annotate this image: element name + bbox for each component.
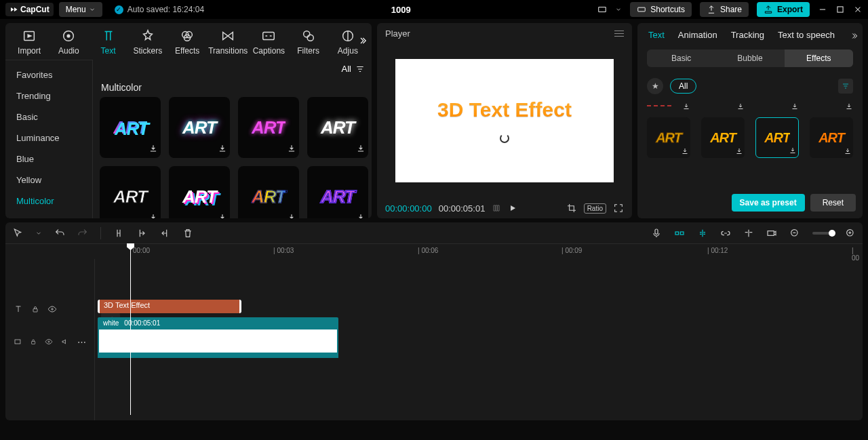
download-icon[interactable] xyxy=(356,144,366,155)
link-icon[interactable] xyxy=(720,228,731,239)
effect-thumb[interactable]: ART xyxy=(701,117,745,158)
cat-favorites[interactable]: Favorites xyxy=(5,64,92,85)
download-icon[interactable] xyxy=(789,146,797,156)
preset-thumb[interactable]: ART xyxy=(238,166,299,218)
trim-left-icon[interactable] xyxy=(136,228,147,239)
cat-multicolor[interactable]: Multicolor xyxy=(5,191,92,212)
seg-basic[interactable]: Basic xyxy=(647,49,715,67)
filter-all-pill[interactable]: All xyxy=(670,79,696,94)
columns-icon[interactable] xyxy=(492,203,501,213)
download-icon[interactable] xyxy=(844,147,852,157)
preset-thumb[interactable]: ART xyxy=(307,166,368,218)
insp-tab-tracking[interactable]: Tracking xyxy=(731,30,764,40)
chevron-down-small-icon[interactable] xyxy=(615,5,622,14)
cat-basic[interactable]: Basic xyxy=(5,106,92,127)
menu-button[interactable]: Menu xyxy=(59,2,102,17)
tab-import[interactable]: Import xyxy=(11,27,47,56)
download-icon[interactable] xyxy=(845,102,853,112)
lock-icon[interactable] xyxy=(31,305,39,313)
preset-thumb[interactable]: ART xyxy=(100,166,161,218)
download-icon[interactable] xyxy=(791,102,799,112)
tabs-overflow-icon[interactable] xyxy=(357,35,368,48)
download-icon[interactable] xyxy=(218,213,227,218)
maximize-icon[interactable] xyxy=(835,5,845,14)
effect-thumb[interactable]: ART xyxy=(810,117,853,158)
download-icon[interactable] xyxy=(218,144,227,155)
snap-track-icon[interactable] xyxy=(697,228,708,239)
tab-filters[interactable]: Filters xyxy=(290,27,327,56)
insp-tab-animation[interactable]: Animation xyxy=(678,30,717,40)
download-icon[interactable] xyxy=(287,213,296,218)
cat-blue[interactable]: Blue xyxy=(5,148,92,169)
insp-tab-text[interactable]: Text xyxy=(648,30,665,40)
eye-icon[interactable] xyxy=(45,337,53,346)
tab-transitions[interactable]: Transitions xyxy=(208,27,248,56)
minimize-icon[interactable] xyxy=(818,5,827,14)
crop-icon[interactable] xyxy=(566,203,577,214)
download-icon[interactable] xyxy=(149,213,158,218)
zoom-out-icon[interactable] xyxy=(789,228,800,239)
download-icon[interactable] xyxy=(682,102,690,112)
video-clip[interactable]: white00:00:05:01 xyxy=(98,317,338,358)
aspect-icon[interactable] xyxy=(597,5,607,14)
filter-all[interactable]: All xyxy=(342,64,351,74)
download-icon[interactable] xyxy=(736,102,745,112)
tab-stickers[interactable]: Stickers xyxy=(130,27,166,56)
download-icon[interactable] xyxy=(287,144,296,155)
preset-thumb[interactable]: ART xyxy=(169,97,230,158)
snap-main-icon[interactable] xyxy=(674,228,685,239)
preset-thumb[interactable]: ART xyxy=(307,97,368,158)
download-icon[interactable] xyxy=(356,213,366,218)
redo-icon[interactable] xyxy=(77,228,88,239)
share-button[interactable]: Share xyxy=(700,2,749,17)
style-segment[interactable]: Basic Bubble Effects xyxy=(647,49,853,67)
insp-tab-tts[interactable]: Text to speech xyxy=(778,30,835,40)
download-icon[interactable] xyxy=(149,144,158,155)
effect-thumb-partial[interactable] xyxy=(647,105,671,106)
export-button[interactable]: Export xyxy=(757,2,810,17)
ratio-button[interactable]: Ratio xyxy=(584,203,606,214)
align-icon[interactable] xyxy=(743,228,754,239)
undo-icon[interactable] xyxy=(54,228,65,239)
cat-yellow[interactable]: Yellow xyxy=(5,169,92,191)
fullscreen-icon[interactable] xyxy=(613,203,624,214)
split-icon[interactable] xyxy=(113,228,124,239)
sort-icon[interactable] xyxy=(838,79,853,94)
cursor-icon[interactable] xyxy=(12,228,23,239)
delete-icon[interactable] xyxy=(182,228,193,239)
effect-thumb-selected[interactable]: ART xyxy=(755,117,799,158)
player-menu-icon[interactable] xyxy=(614,31,624,37)
lock-icon[interactable] xyxy=(30,338,37,346)
mute-icon[interactable] xyxy=(61,337,69,346)
tab-effects[interactable]: Effects xyxy=(169,27,205,56)
tab-captions[interactable]: Captions xyxy=(250,27,287,56)
text-clip[interactable]: 3D Text Effect xyxy=(98,300,241,313)
zoom-in-icon[interactable] xyxy=(845,228,856,239)
save-preset-button[interactable]: Save as preset xyxy=(732,194,805,212)
download-icon[interactable] xyxy=(681,147,689,157)
play-icon[interactable] xyxy=(508,203,517,213)
reset-button[interactable]: Reset xyxy=(810,194,856,212)
close-icon[interactable] xyxy=(853,5,863,14)
seg-effects[interactable]: Effects xyxy=(785,49,853,67)
effect-thumb[interactable]: ART xyxy=(647,117,690,158)
preset-thumb[interactable]: ART xyxy=(169,166,230,218)
preset-thumb[interactable]: ART xyxy=(238,97,299,158)
preview-quality-icon[interactable] xyxy=(766,228,777,239)
sort-icon[interactable] xyxy=(355,64,365,74)
download-icon[interactable] xyxy=(735,147,743,157)
insp-overflow-icon[interactable] xyxy=(849,31,859,43)
tab-audio[interactable]: Audio xyxy=(50,27,87,56)
playhead[interactable] xyxy=(130,244,131,415)
zoom-slider[interactable] xyxy=(812,232,833,235)
chevron-down-icon[interactable] xyxy=(35,230,42,237)
cat-trending[interactable]: Trending xyxy=(5,85,92,106)
preview-stage[interactable]: 3D Text Effect xyxy=(395,59,614,182)
favorite-icon[interactable]: ★ xyxy=(647,78,663,94)
more-icon[interactable]: ⋯ xyxy=(77,337,86,347)
cat-luminance[interactable]: Luminance xyxy=(5,127,92,148)
eye-icon[interactable] xyxy=(47,304,57,314)
trim-right-icon[interactable] xyxy=(159,228,170,239)
seg-bubble[interactable]: Bubble xyxy=(715,49,784,67)
mic-icon[interactable] xyxy=(651,228,662,239)
